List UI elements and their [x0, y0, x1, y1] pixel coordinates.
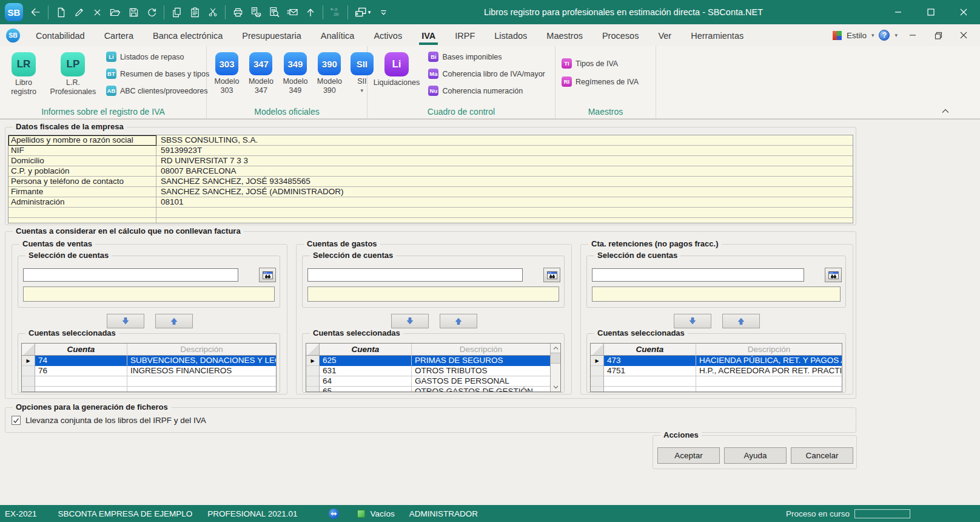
row-selector-cell[interactable] — [306, 387, 320, 392]
tab-contabilidad[interactable]: Contabilidad — [35, 26, 86, 44]
row-selector-cell[interactable]: ▶ — [306, 356, 320, 366]
fiscal-row-value[interactable]: RD UNIVERSITAT 7 3 3 — [156, 156, 853, 166]
tab-herramientas[interactable]: Herramientas — [690, 26, 745, 44]
help-button[interactable]: Ayuda — [724, 447, 787, 464]
minimize-button[interactable] — [882, 0, 915, 24]
cell-descripcion[interactable]: OTROS TRIBUTOS — [412, 366, 550, 376]
estilo-dropdown-label[interactable]: Estilo — [847, 31, 867, 40]
retenciones-add-account-button[interactable] — [674, 314, 711, 328]
fiscal-row-value[interactable]: SANCHEZ SANCHEZ, JOSÉ 933485565 — [156, 177, 853, 187]
cell-cuenta[interactable] — [35, 387, 127, 392]
cell-descripcion[interactable]: OTROS GASTOS DE GESTIÓN — [412, 387, 550, 392]
maximize-button[interactable] — [915, 0, 947, 24]
fiscal-row-value[interactable]: 08007 BARCELONA — [156, 166, 853, 177]
gastos-lookup-button[interactable] — [543, 268, 560, 282]
gastos-account-input[interactable] — [307, 268, 523, 282]
tipos-de-iva-button[interactable]: TI Tipos de IVA — [562, 58, 639, 69]
grid-row-empty[interactable] — [22, 376, 276, 387]
print-setup-icon[interactable] — [247, 3, 265, 21]
scroll-up-icon[interactable] — [551, 344, 560, 353]
fiscal-row-value[interactable]: SANCHEZ SANCHEZ, JOSÉ (ADMINISTRADOR) — [156, 187, 853, 197]
row-selector-cell[interactable]: ▶ — [22, 356, 35, 366]
cancel-button[interactable]: Cancelar — [791, 447, 853, 464]
cell-descripcion[interactable]: SUBVENCIONES, DONACIONES Y LEGADOS — [127, 356, 276, 366]
lr-profesionales-button[interactable]: LP L.R. Profesionales — [45, 46, 101, 97]
cell-cuenta[interactable]: 4751 — [604, 366, 696, 376]
help-icon[interactable]: ? — [879, 30, 890, 41]
print-preview-icon[interactable] — [265, 3, 283, 21]
cell-descripcion[interactable]: PRIMAS DE SEGUROS — [412, 356, 550, 366]
fiscal-row-value[interactable]: 08101 — [156, 197, 853, 208]
tab-listados[interactable]: Listados — [493, 26, 528, 44]
grid-row[interactable]: 65 OTROS GASTOS DE GESTIÓN — [306, 387, 550, 392]
cell-descripcion[interactable]: HACIENDA PÚBLICA, RET. Y PAGOS A CUENTA — [696, 356, 842, 366]
retenciones-remove-account-button[interactable] — [722, 314, 760, 328]
grid-row-empty[interactable] — [22, 387, 276, 392]
gastos-add-account-button[interactable] — [391, 314, 429, 328]
grid-row[interactable]: 631 OTROS TRIBUTOS — [306, 366, 550, 376]
modelo-347-button[interactable]: 347 Modelo 347 — [245, 46, 277, 95]
libro-registro-button[interactable]: LR Libro registro — [5, 46, 42, 97]
mdi-minimize-button[interactable] — [902, 27, 923, 44]
tab-iva[interactable]: IVA — [420, 26, 437, 44]
listados-de-repaso-button[interactable]: Li Listados de repaso — [106, 52, 209, 62]
window-cascade-icon[interactable]: ▾ — [351, 3, 374, 21]
export-icon[interactable] — [301, 3, 320, 21]
fiscal-row-value[interactable]: SBSS CONSULTING, S.A. — [156, 135, 853, 146]
tab-banca-electronica[interactable]: Banca electrónica — [152, 26, 224, 44]
cell-cuenta[interactable]: 76 — [35, 366, 127, 376]
new-document-icon[interactable] — [52, 3, 70, 21]
scroll-down-icon[interactable] — [551, 382, 560, 392]
cut-icon[interactable] — [204, 3, 222, 21]
resumen-bases-tipos-button[interactable]: BT Resumen de bases y tipos — [106, 69, 209, 79]
grid-row[interactable]: 4751 H.P., ACREEDORA POR RET. PRACTICADA… — [591, 366, 842, 376]
cell-descripcion[interactable]: INGRESOS FINANCIEROS — [127, 366, 276, 376]
tab-ver[interactable]: Ver — [657, 26, 673, 44]
cell-descripcion[interactable]: H.P., ACREEDORA POR RET. PRACTICADAS — [696, 366, 842, 376]
style-palette-icon[interactable] — [833, 31, 842, 40]
ventas-lookup-button[interactable] — [259, 268, 276, 282]
cell-descripcion[interactable]: GASTOS DE PERSONAL — [412, 376, 550, 387]
edit-icon[interactable] — [70, 3, 88, 21]
open-icon[interactable] — [106, 3, 124, 21]
modelo-390-button[interactable]: 390 Modelo 390 — [314, 46, 345, 95]
coherencia-numeracion-button[interactable]: Nu Coherencia numeración — [428, 86, 545, 96]
gastos-remove-account-button[interactable] — [440, 314, 477, 328]
row-selector-cell[interactable] — [591, 387, 604, 392]
bases-imponibles-button[interactable]: Bi Bases imponibles — [428, 52, 545, 62]
print-icon[interactable] — [229, 3, 247, 21]
remote-support-icon[interactable] — [329, 509, 339, 519]
grid-row-selected[interactable]: ▶ 473 HACIENDA PÚBLICA, RET. Y PAGOS A C… — [591, 356, 842, 366]
grid-row[interactable]: 64 GASTOS DE PERSONAL — [306, 376, 550, 387]
mdi-restore-button[interactable] — [928, 27, 948, 44]
collapse-ribbon-chevron-icon[interactable] — [941, 105, 950, 116]
liquidaciones-button[interactable]: Li Liquidaciones — [369, 46, 425, 87]
ventas-account-input[interactable] — [23, 268, 238, 282]
cell-descripcion[interactable] — [127, 376, 276, 387]
cell-cuenta[interactable]: 64 — [320, 376, 412, 387]
paste-icon[interactable] — [186, 3, 204, 21]
cell-cuenta[interactable]: 74 — [35, 356, 127, 366]
row-selector-cell[interactable] — [306, 376, 320, 387]
cell-cuenta[interactable] — [604, 376, 696, 387]
tab-presupuestaria[interactable]: Presupuestaria — [241, 26, 303, 44]
ventas-remove-account-button[interactable] — [155, 314, 193, 328]
tab-maestros[interactable]: Maestros — [545, 26, 584, 44]
irpf-iva-checkbox[interactable] — [12, 416, 21, 425]
mdi-close-button[interactable] — [953, 27, 974, 44]
titlebar[interactable]: SB .0.00 ▾ Libros registro para profesio… — [0, 0, 980, 24]
row-selector-cell[interactable] — [591, 376, 604, 387]
row-selector-cell[interactable] — [22, 387, 35, 392]
tab-analitica[interactable]: Analítica — [320, 26, 356, 44]
irpf-iva-checkbox-label[interactable]: Llevanza conjunta de los libros del IRPF… — [25, 416, 206, 425]
app-menu-logo[interactable]: SB — [6, 29, 20, 42]
grid-row[interactable]: 76 INGRESOS FINANCIEROS — [22, 366, 276, 376]
retenciones-account-input[interactable] — [592, 268, 804, 282]
cell-descripcion[interactable] — [127, 387, 276, 392]
save-icon[interactable] — [124, 3, 143, 21]
cell-cuenta[interactable] — [35, 376, 127, 387]
estilo-caret-icon[interactable]: ▾ — [871, 32, 874, 38]
cell-cuenta[interactable]: 631 — [320, 366, 412, 376]
scrollbar-thumb[interactable] — [551, 353, 560, 364]
coherencia-libro-iva-mayor-button[interactable]: Ma Coherencia libro de IVA/mayor — [428, 69, 545, 79]
